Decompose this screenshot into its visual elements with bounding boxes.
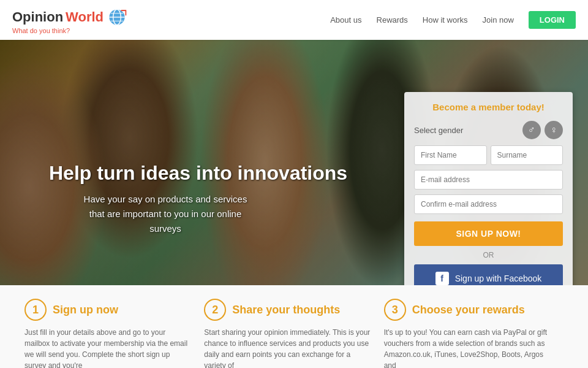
signup-form: Become a member today! Select gender ♂ ♀… bbox=[404, 92, 573, 285]
step-3-desc: It's up to you! You can earn cash via Pa… bbox=[384, 327, 551, 368]
step-1-number: 1 bbox=[24, 299, 47, 321]
step-2: 2 Share your thoughts Start sharing your… bbox=[204, 299, 383, 368]
header: OpinionWorld What do you think? About us… bbox=[0, 0, 588, 40]
nav-join-now[interactable]: Join now bbox=[483, 15, 514, 25]
name-row bbox=[414, 145, 563, 165]
surname-input[interactable] bbox=[491, 145, 564, 165]
navigation: About us Rewards How it works Join now L… bbox=[330, 11, 576, 29]
form-title: Become a member today! bbox=[414, 102, 563, 112]
signup-button[interactable]: SIGN UP NOW! bbox=[414, 221, 563, 246]
hero-subtext: Have your say on products and services t… bbox=[49, 192, 282, 236]
steps-section: 1 Sign up now Just fill in your details … bbox=[0, 285, 588, 368]
nav-how-it-works[interactable]: How it works bbox=[423, 15, 468, 25]
gender-male-icon[interactable]: ♂ bbox=[522, 121, 541, 139]
login-button[interactable]: LOGIN bbox=[529, 11, 576, 29]
nav-rewards[interactable]: Rewards bbox=[377, 15, 408, 25]
step-1-title: Sign up now bbox=[53, 304, 118, 316]
facebook-signup-button[interactable]: f Sign up with Facebook bbox=[414, 264, 563, 285]
logo-opinion: Opinion bbox=[12, 9, 63, 25]
step-3-title: Choose your rewards bbox=[412, 304, 525, 316]
first-name-input[interactable] bbox=[414, 145, 487, 165]
step-1: 1 Sign up now Just fill in your details … bbox=[24, 299, 204, 368]
nav-about[interactable]: About us bbox=[330, 15, 361, 25]
email-input[interactable] bbox=[414, 170, 563, 190]
facebook-icon: f bbox=[435, 272, 449, 285]
gender-female-icon[interactable]: ♀ bbox=[545, 121, 563, 139]
hero-text: Help turn ideas into innovations Have yo… bbox=[49, 162, 347, 236]
logo-tagline: What do you think? bbox=[12, 27, 70, 34]
step-3-number: 3 bbox=[384, 299, 406, 321]
gender-icons: ♂ ♀ bbox=[522, 121, 563, 139]
globe-icon bbox=[106, 6, 128, 28]
step-1-desc: Just fill in your details above and go t… bbox=[24, 327, 192, 368]
or-divider: OR bbox=[414, 251, 563, 259]
step-3: 3 Choose your rewards It's up to you! Yo… bbox=[384, 299, 564, 368]
step-2-title: Share your thoughts bbox=[232, 304, 340, 316]
gender-row: Select gender ♂ ♀ bbox=[414, 121, 563, 139]
gender-label: Select gender bbox=[414, 126, 516, 135]
hero-headline: Help turn ideas into innovations bbox=[49, 162, 347, 185]
hero-section: Help turn ideas into innovations Have yo… bbox=[0, 40, 588, 285]
confirm-email-input[interactable] bbox=[414, 194, 563, 214]
logo: OpinionWorld What do you think? bbox=[12, 6, 128, 34]
logo-world: World bbox=[66, 9, 104, 25]
step-2-desc: Start sharing your opinion immediately. … bbox=[204, 327, 371, 368]
facebook-button-label: Sign up with Facebook bbox=[455, 274, 542, 283]
step-2-number: 2 bbox=[204, 299, 226, 321]
